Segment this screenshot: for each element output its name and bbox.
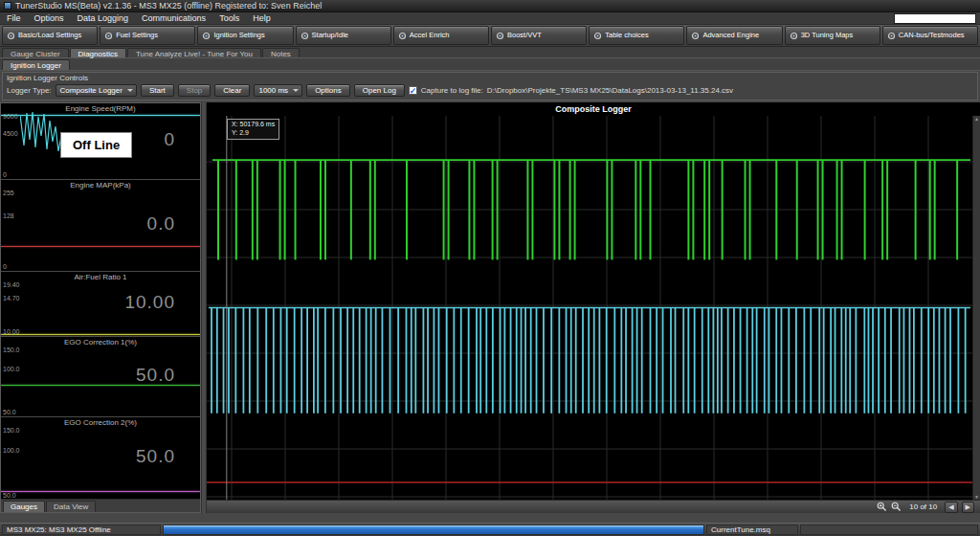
table-choices-icon [593, 32, 602, 40]
gauge-scale-mid: 100.0 [3, 447, 20, 454]
fuel-settings-icon [104, 32, 113, 40]
scroll-down-icon[interactable]: ▼ [974, 494, 979, 500]
gauge-scale-min: 0 [3, 263, 7, 270]
capture-checkbox-label: Capture to log file: [421, 86, 483, 95]
connection-status: MS3 MX25: MS3 MX25 Offline [2, 525, 161, 535]
titlebar[interactable]: TunerStudio MS(Beta) v2.1.36 - MS3 MX25 … [0, 0, 980, 12]
toolbar-tab-label: Boost/VVT [507, 32, 542, 39]
logger-plot[interactable] [207, 116, 972, 500]
window-title: TunerStudio MS(Beta) v2.1.36 - MS3 MX25 … [15, 1, 322, 11]
toolbar-tab-label: Advanced Engine [702, 32, 759, 39]
menu-help[interactable]: Help [246, 13, 278, 23]
interval-select[interactable]: 1000 ms [254, 84, 302, 97]
zoom-out-icon[interactable] [891, 502, 902, 512]
toolbar-tab-3d-tuning-maps[interactable]: 3D Tuning Maps [785, 26, 880, 45]
gauge-ego-correction-2: EGO Correction 2(%)150.0100.050.050.0 [1, 417, 200, 499]
gauge-value: 0.0 [147, 213, 175, 234]
gauge-trace-line [1, 334, 200, 335]
gauge-trace-line [1, 246, 200, 247]
composite-logger-chart: Composite Logger ▲▼ X: 50179.6 ms Y: 2.9… [207, 102, 980, 513]
toolbar-tab-basic-load-settings[interactable]: Basic/Load Settings [2, 26, 98, 45]
gauge-value: 10.00 [124, 292, 175, 313]
gauge-scale-max: 150.0 [3, 346, 20, 353]
tab-diagnostics[interactable]: Diagnostics [70, 48, 126, 57]
app-window: TunerStudio MS(Beta) v2.1.36 - MS3 MX25 … [0, 0, 980, 536]
ignition-logger-controls: Ignition Logger Controls Logger Type: Co… [2, 72, 978, 100]
capture-file-path: D:\Dropbox\Projekte_TS\MS3 MX25\DataLogs… [487, 86, 733, 95]
menu-file[interactable]: File [0, 13, 28, 23]
chart-scrollbar[interactable]: ▲▼ [972, 116, 980, 500]
tab-ignition-logger[interactable]: Ignition Logger [2, 59, 70, 70]
gauge-value: 50.0 [136, 365, 175, 386]
logger-tab-row: Ignition Logger [0, 58, 980, 71]
gauge-trace-line [1, 491, 200, 492]
toolbar-tab-table-choices[interactable]: Table choices [589, 26, 684, 45]
gauge-air-fuel-ratio-1: Air:Fuel Ratio 119.4014.7010.0010.00 [1, 272, 200, 337]
page-indicator: 10 of 10 [909, 502, 937, 511]
gauge-label: EGO Correction 2(%) [1, 417, 200, 427]
next-page-button[interactable]: ▶ [962, 502, 974, 513]
capture-checkbox[interactable]: ✓ [409, 86, 417, 95]
accel-enrich-icon [398, 32, 407, 40]
gauge-value: 0 [164, 129, 175, 150]
gauge-list: Engine Speed(RPM)9000450000Off LineEngin… [1, 103, 200, 499]
3d-tuning-maps-icon [790, 32, 798, 40]
prev-page-button[interactable]: ◀ [945, 502, 957, 513]
gauge-value: 50.0 [136, 446, 175, 467]
toolbar-tab-accel-enrich[interactable]: Accel Enrich [393, 26, 489, 45]
chart-title: Composite Logger [207, 102, 980, 116]
toolbar-tab-boost-vvt[interactable]: Boost/VVT [491, 26, 587, 45]
menu-tools[interactable]: Tools [212, 13, 246, 23]
scroll-up-icon[interactable]: ▲ [974, 116, 979, 122]
tab-gauge-cluster[interactable]: Gauge Cluster [2, 48, 69, 57]
offline-tooltip: Off Line [60, 132, 132, 158]
menubar-items: FileOptionsData LoggingCommunicationsToo… [0, 13, 278, 23]
gauge-label: Air:Fuel Ratio 1 [1, 272, 200, 281]
start-button[interactable]: Start [141, 84, 174, 97]
gauge-panel-tabs: GaugesData View [1, 499, 200, 512]
gauge-scale-mid: 4500 [3, 130, 18, 137]
app-icon [4, 2, 11, 10]
logger-type-label: Logger Type: [7, 86, 52, 95]
clear-button[interactable]: Clear [214, 84, 250, 97]
tab-data-view[interactable]: Data View [46, 501, 96, 512]
menu-communications[interactable]: Communications [135, 13, 212, 23]
open-log-button[interactable]: Open Log [354, 84, 405, 97]
gauge-scale-max: 255 [3, 190, 14, 196]
toolbar-tab-label: Table choices [605, 32, 648, 39]
basic-load-settings-icon [7, 32, 15, 40]
toolbar-tab-ignition-settings[interactable]: Ignition Settings [197, 26, 293, 45]
toolbar-tab-can-bus-testmodes[interactable]: CAN-bus/Testmodes [882, 26, 978, 45]
toolbar-tab-advanced-engine[interactable]: Advanced Engine [686, 26, 782, 45]
tab-gauges[interactable]: Gauges [3, 501, 45, 512]
chart-toolbar: 10 of 10 ◀ ▶ [207, 500, 980, 513]
toolbar-tab-label: CAN-bus/Testmodes [899, 32, 965, 39]
gauge-scale-mid: 128 [3, 212, 14, 219]
options-button[interactable]: Options [306, 84, 350, 97]
tab-notes[interactable]: Notes [262, 48, 300, 57]
zoom-in-icon[interactable] [877, 502, 887, 512]
toolbar-tab-label: Ignition Settings [213, 32, 264, 39]
menu-data-logging[interactable]: Data Logging [71, 13, 136, 23]
search-input[interactable] [894, 13, 976, 24]
can-bus-testmodes-icon [887, 32, 896, 40]
plot-area[interactable]: ▲▼ X: 50179.6 ms Y: 2.9 [207, 116, 980, 500]
tab-tune-analyze-live-tune-for-you[interactable]: Tune Analyze Live! - Tune For You [127, 48, 261, 57]
gauge-engine-map-kpa: Engine MAP(kPa)25512800.0 [1, 180, 200, 272]
gauge-scale-max: 150.0 [3, 427, 20, 434]
toolbar-tab-fuel-settings[interactable]: Fuel Settings [100, 26, 195, 45]
main-tabs: Gauge ClusterDiagnosticsTune Analyze Liv… [0, 47, 980, 58]
gauge-ego-correction-1: EGO Correction 1(%)150.0100.050.050.0 [1, 337, 200, 417]
current-tune-file: CurrentTune.msq [706, 525, 798, 535]
toolbar-tab-startup-idle[interactable]: Startup/Idle [296, 26, 391, 45]
controls-title: Ignition Logger Controls [3, 73, 977, 82]
toolbar-tab-label: Fuel Settings [116, 32, 158, 39]
menubar: FileOptionsData LoggingCommunicationsToo… [0, 12, 980, 25]
stop-button: Stop [178, 84, 211, 97]
toolbar-tab-label: Basic/Load Settings [18, 32, 81, 39]
progress-bar [163, 525, 704, 535]
menu-options[interactable]: Options [28, 13, 71, 23]
gauge-panel: Engine Speed(RPM)9000450000Off LineEngin… [0, 102, 201, 513]
gauge-label: EGO Correction 1(%) [1, 337, 200, 346]
logger-type-select[interactable]: Composite Logger [56, 84, 137, 97]
